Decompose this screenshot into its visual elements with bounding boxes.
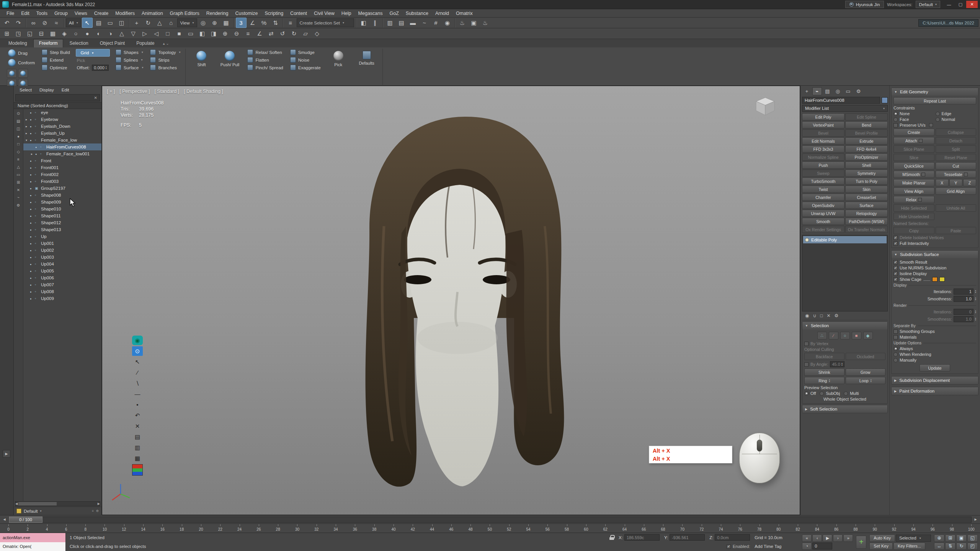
go-to-end-icon[interactable]: » [843,535,853,542]
preview-off-radio[interactable]: Off [804,391,816,396]
explorer-tool-icon[interactable]: △ [15,164,22,170]
hide-unselected-button[interactable]: Hide Unselected [893,213,934,220]
explorer-tool-icon[interactable]: ~ [15,194,22,201]
custom-toolbar-icon[interactable]: ◁ [151,28,162,39]
constraint-face-radio[interactable]: Face [893,117,934,122]
modifier-button-sweep[interactable]: Sweep [802,170,844,177]
modifier-button-prooptimizer[interactable]: ProOptimizer [845,153,888,161]
make-unique-icon[interactable]: □ [820,313,823,318]
flatten-button[interactable]: Flatten [246,57,284,63]
menu-customize[interactable]: Customize [232,10,261,17]
close-icon[interactable]: ✕ [966,1,978,8]
menu-edit[interactable]: Edit [18,10,33,17]
update-manually-radio[interactable]: Manually [893,358,976,362]
ribbon-tab-object-paint[interactable]: Object Paint [95,39,130,47]
spinner-arrows-icon[interactable]: ▴▾ [106,66,107,70]
previous-frame-icon[interactable]: ‹ [812,535,822,542]
splines-button[interactable]: Splines▾ [114,57,145,63]
percent-snap-icon[interactable]: % [259,18,270,28]
bind-to-space-warp-icon[interactable]: ≈ [51,18,62,28]
explorer-tool-icon[interactable]: □ [15,141,22,147]
utilities-tab-icon[interactable]: ⚙ [854,87,863,95]
ribbon-minimize-icon[interactable]: ▴ ⌄ [163,41,169,47]
strips-button[interactable]: Strips [149,57,181,63]
show-end-result-icon[interactable]: ∪ [813,313,816,318]
edit-geometry-header[interactable]: ▼Edit Geometry [892,88,978,96]
notes-icon[interactable]: ▦ [132,453,143,463]
paint-deformation-header[interactable]: ▶Paint Deformation [892,387,978,395]
modifier-button-surface[interactable]: Surface [845,202,888,209]
explorer-item-up001[interactable]: ●▫Up001 [23,240,101,247]
tessellate-button[interactable]: Tessellate [936,171,977,178]
select-and-manipulate-icon[interactable]: ⊕ [209,18,220,28]
unlink-selection-icon[interactable]: ⊘ [39,18,50,28]
noise-button[interactable]: Noise [289,57,322,63]
modifier-button-normalize-spline[interactable]: Normalize Spline [802,153,844,161]
quickslice-button[interactable]: QuickSlice [893,162,934,170]
explorer-tool-icon[interactable]: ≡ [15,156,22,162]
subdivision-displacement-header[interactable]: ▶Subdivision Displacement [892,377,978,384]
step-build-button[interactable]: Step Build [41,49,71,55]
create-tab-icon[interactable]: + [802,87,812,95]
expand-listener-button[interactable]: ▶ [3,450,10,458]
modifier-button-twist[interactable]: Twist [802,186,844,193]
explorer-menu-select[interactable]: Select [16,87,35,93]
explorer-item-shape009[interactable]: ●▫Shape009 [23,199,101,205]
smoothing-groups-checkbox[interactable]: Smoothing Groups [893,329,976,334]
spinner-snap-icon[interactable]: ⇅ [270,18,281,28]
viewcube[interactable] [753,96,777,117]
defaults-button[interactable]: Defaults [355,49,379,67]
maximize-icon[interactable]: ▢ [955,1,966,8]
grid-align-button[interactable]: Grid Align [936,187,977,195]
custom-toolbar-icon[interactable]: ◳ [13,28,24,39]
menu-graph-editors[interactable]: Graph Editors [167,10,203,17]
pick-deform-button[interactable]: Pick [327,49,350,69]
grid-mode-button[interactable]: Grid▾ [76,49,110,57]
hide-selected-button[interactable]: Hide Selected [893,204,934,212]
snaps-toggle-icon[interactable]: 3 [236,18,247,28]
display-iterations-spinner[interactable]: 1 [954,289,973,295]
render-setup-icon[interactable]: ♨ [457,18,468,28]
materials-checkbox[interactable]: Materials [893,335,976,339]
exaggerate-button[interactable]: Exaggerate [289,64,322,71]
selection-region-icon[interactable]: ▭ [105,18,116,28]
cage-selected-color-swatch[interactable] [939,277,945,282]
explorer-tool-icon[interactable]: ◫ [15,126,22,132]
modifier-button-extrude[interactable]: Extrude [845,137,888,145]
scroll-left-icon[interactable]: ◀ [15,502,18,505]
layer-color-chip[interactable] [16,509,21,514]
enabled-toggle[interactable]: ✓Enabled: [727,544,750,549]
current-frame-field[interactable]: 0 [812,543,832,549]
cut-button[interactable]: Cut [936,162,977,170]
modifier-button-bend[interactable]: Bend [845,121,888,129]
explorer-item-female-face-low[interactable]: ▾●▫Female_Face_low [23,137,101,143]
select-and-link-icon[interactable]: ∞ [28,18,39,28]
topology-button[interactable]: Topology▾ [149,49,181,55]
menu-create[interactable]: Create [91,10,112,17]
use-nurms-checkbox[interactable]: ✓Use NURMS Subdivision [893,266,976,270]
play-icon[interactable]: ▶ [823,535,832,542]
line-tool-icon[interactable]: — [132,389,143,399]
by-vertex-checkbox[interactable]: By Vertex [804,341,885,346]
walk-through-icon[interactable]: ⇅ [945,543,956,550]
create-button[interactable]: Create [893,129,934,136]
subdivision-surface-header[interactable]: ▼Subdivision Surface [892,251,978,258]
ribbon-tab-populate[interactable]: Populate [131,39,160,47]
custom-toolbar-icon[interactable]: ⊕ [220,28,230,39]
layers-icon[interactable]: ▥ [132,443,143,452]
explorer-item-front002[interactable]: ●▫Front002 [23,171,101,178]
update-always-radio[interactable]: Always [893,346,976,351]
zoom-region-icon[interactable]: ◱ [967,535,978,542]
ribbon-tab-modeling[interactable]: Modeling [3,39,33,47]
menu-content[interactable]: Content [287,10,310,17]
select-and-move-icon[interactable]: + [131,18,142,28]
shrink-button[interactable]: Shrink [804,368,844,376]
rendered-frame-window-icon[interactable]: ▣ [469,18,479,28]
explorer-tool-icon[interactable]: ▤ [15,118,22,124]
named-selection-set-field[interactable]: Create Selection Set▾ [297,18,354,27]
eye-icon[interactable]: ⊙ [132,346,143,356]
slice-plane-button[interactable]: Slice Plane [893,145,934,153]
add-time-tag[interactable]: Add Time Tag [755,544,796,549]
display-tab-icon[interactable]: ▭ [843,87,853,95]
viewport-3d-head[interactable] [315,111,614,499]
